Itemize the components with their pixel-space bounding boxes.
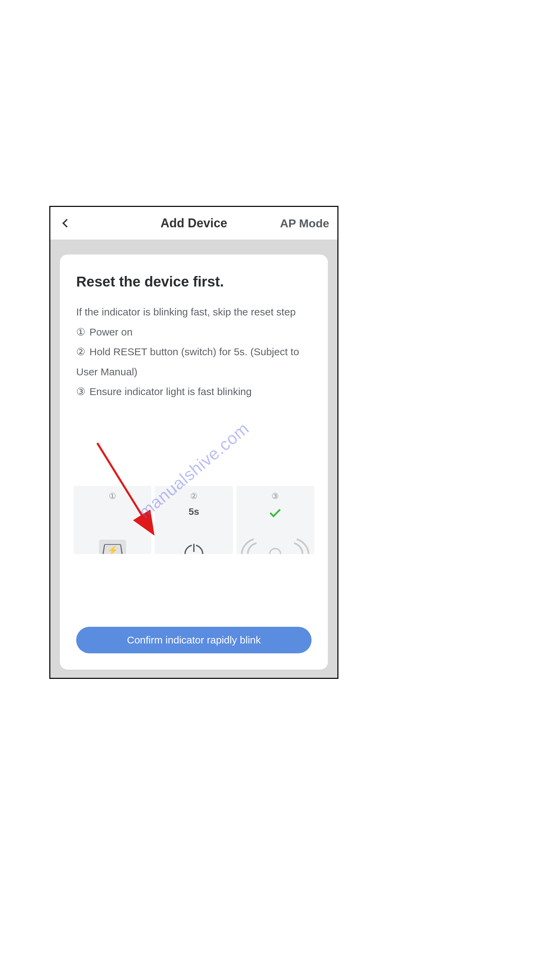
intro-text: If the indicator is blinking fast, skip … [76,302,311,322]
card-body: If the indicator is blinking fast, skip … [76,302,311,402]
broadcast-icon [250,540,301,554]
step-1-text: Power on [89,326,133,337]
step-num-2: ② [76,342,86,362]
card-title: Reset the device first. [76,274,311,290]
phone-frame: Add Device AP Mode Reset the device firs… [49,206,338,679]
tile-2-num: ② [190,492,198,501]
illustration-tiles: ① ⚡ ② 5s ③ [73,486,314,554]
reset-card: Reset the device first. If the indicator… [60,255,328,670]
step-2-text: Hold RESET button (switch) for 5s. (Subj… [76,346,299,377]
tile-2: ② 5s [155,486,233,554]
step-num-3: ③ [76,382,86,402]
step-3: ③Ensure indicator light is fast blinking [76,382,311,402]
tile-2-label: 5s [189,506,199,517]
tile-3-num: ③ [272,492,279,501]
step-2: ②Hold RESET button (switch) for 5s. (Sub… [76,342,311,382]
back-button[interactable] [59,215,75,231]
confirm-button[interactable]: Confirm indicator rapidly blink [76,627,311,653]
tile-1-num: ① [109,492,116,501]
power-icon [184,544,203,554]
ap-mode-link[interactable]: AP Mode [280,217,329,230]
step-1: ①Power on [76,322,311,342]
step-3-text: Ensure indicator light is fast blinking [89,386,252,397]
chevron-left-icon [62,219,71,227]
step-num-1: ① [76,322,86,342]
confirm-button-label: Confirm indicator rapidly blink [127,634,261,646]
checkmark-icon [270,506,281,517]
tile-3: ③ [237,486,314,554]
bolt-icon: ⚡ [107,545,118,554]
page-title: Add Device [160,216,227,231]
title-bar: Add Device AP Mode [50,207,337,240]
tile-1: ① ⚡ [73,486,151,554]
plug-icon: ⚡ [99,540,126,554]
